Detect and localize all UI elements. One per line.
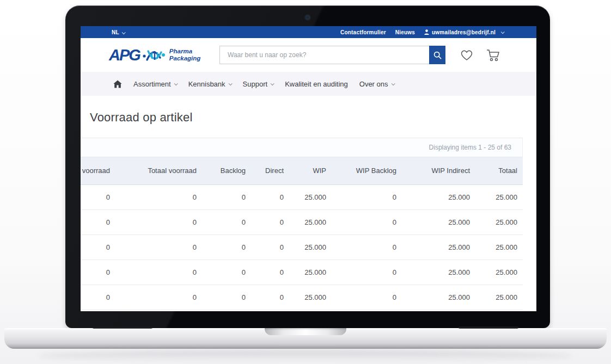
table-body: 000025.000025.00025.000000025.000025.000… xyxy=(81,184,523,310)
column-header-backlog[interactable]: Backlog xyxy=(198,157,247,184)
heart-icon xyxy=(460,48,474,61)
search-icon xyxy=(433,51,442,59)
table-cell: 0 xyxy=(247,184,285,209)
column-header-voorraad[interactable]: voorraad xyxy=(81,157,112,184)
dna-helix-icon xyxy=(143,46,168,64)
nav-item-label: Support xyxy=(243,80,268,88)
table-cell: 25.000 xyxy=(398,235,472,260)
table-cell: 25.000 xyxy=(472,184,523,209)
search-form xyxy=(219,46,445,64)
language-selector-label: NL xyxy=(112,29,119,35)
table-cell: 0 xyxy=(81,260,112,285)
brand-logo-tagline: Pharma Packaging xyxy=(169,48,201,61)
hinge-left xyxy=(93,326,152,329)
table-row: 000025.000025.00025.000 xyxy=(81,285,523,310)
brand-logo[interactable]: APG Pharma Packaging xyxy=(109,46,212,64)
table-cell: 0 xyxy=(328,285,398,310)
column-header-totaal-voorraad[interactable]: Totaal voorraad xyxy=(112,157,198,184)
chevron-down-icon xyxy=(391,82,395,85)
table-cell: 0 xyxy=(247,209,285,235)
table-cell: 0 xyxy=(81,285,112,310)
chevron-down-icon xyxy=(228,82,232,85)
chevron-down-icon xyxy=(501,30,505,34)
table-cell: 0 xyxy=(247,235,285,260)
cart-button[interactable] xyxy=(486,48,500,62)
user-icon xyxy=(424,29,429,35)
page-content: Voorraad op artikel Displaying items 1 -… xyxy=(81,110,536,310)
nav-item-kwaliteit-en-auditing[interactable]: Kwaliteit en auditing xyxy=(285,80,348,88)
webcam-icon xyxy=(306,15,310,20)
nav-item-label: Kwaliteit en auditing xyxy=(285,80,348,88)
stock-table-container: Displaying items 1 - 25 of 63 voorraadTo… xyxy=(81,138,523,310)
column-header-wip[interactable]: WIP xyxy=(285,157,328,184)
table-cell: 25.000 xyxy=(285,235,328,260)
nav-item-over-ons[interactable]: Over ons xyxy=(359,80,394,88)
top-utility-bar: NL Contactformulier Nieuws uwmailadres@b… xyxy=(81,26,536,38)
column-header-wip-indirect[interactable]: WIP Indirect xyxy=(398,157,472,184)
chevron-down-icon xyxy=(271,82,274,85)
brand-logo-acronym: APG xyxy=(109,47,140,63)
table-row: 000025.000025.00025.000 xyxy=(81,260,523,285)
cart-icon xyxy=(486,48,500,62)
laptop-lid-notch xyxy=(265,328,346,335)
nav-home-link[interactable] xyxy=(113,80,122,88)
main-nav: AssortimentKennisbankSupportKwaliteit en… xyxy=(81,72,536,96)
table-cell: 0 xyxy=(328,184,398,209)
table-cell: 25.000 xyxy=(285,285,328,310)
nav-item-label: Over ons xyxy=(359,80,388,88)
table-cell: 25.000 xyxy=(472,285,523,310)
site-header: APG Pharma Packaging xyxy=(81,38,536,72)
topbar-link-nieuws[interactable]: Nieuws xyxy=(395,29,415,35)
laptop-reflection xyxy=(38,350,573,362)
nav-item-kennisbank[interactable]: Kennisbank xyxy=(188,80,231,88)
account-menu[interactable]: uwmailadres@bedrijf.nl xyxy=(424,29,504,35)
table-cell: 25.000 xyxy=(285,184,328,209)
laptop-bezel: NL Contactformulier Nieuws uwmailadres@b… xyxy=(65,5,550,328)
table-row: 000025.000025.00025.000 xyxy=(81,184,523,209)
table-cell: 0 xyxy=(81,184,112,209)
column-header-wip-backlog[interactable]: WIP Backlog xyxy=(328,157,398,184)
table-cell: 25.000 xyxy=(472,260,523,285)
nav-item-assortiment[interactable]: Assortiment xyxy=(133,80,177,88)
account-email: uwmailadres@bedrijf.nl xyxy=(432,29,496,35)
search-input[interactable] xyxy=(219,46,429,64)
column-header-totaal[interactable]: Totaal xyxy=(472,157,523,184)
table-header-row: voorraadTotaal voorraadBacklogDirectWIPW… xyxy=(81,157,523,184)
main-nav-items: AssortimentKennisbankSupportKwaliteit en… xyxy=(133,80,394,88)
wishlist-button[interactable] xyxy=(460,48,474,61)
laptop-base xyxy=(4,328,607,349)
table-cell: 0 xyxy=(247,260,285,285)
table-pagination-status: Displaying items 1 - 25 of 63 xyxy=(81,138,522,157)
table-cell: 0 xyxy=(112,184,198,209)
table-row: 000025.000025.00025.000 xyxy=(81,209,523,235)
hinge-right xyxy=(459,326,518,329)
table-cell: 25.000 xyxy=(285,260,328,285)
table-cell: 0 xyxy=(198,260,247,285)
table-cell: 0 xyxy=(112,209,198,235)
table-cell: 0 xyxy=(198,285,247,310)
table-cell: 0 xyxy=(81,209,112,235)
nav-item-support[interactable]: Support xyxy=(243,80,274,88)
home-icon xyxy=(113,80,122,88)
table-cell: 25.000 xyxy=(398,285,472,310)
search-button[interactable] xyxy=(429,46,445,64)
topbar-links: Contactformulier Nieuws uwmailadres@bedr… xyxy=(340,29,504,35)
table-cell: 0 xyxy=(198,209,247,235)
language-selector[interactable]: NL xyxy=(112,29,125,35)
table-cell: 25.000 xyxy=(472,209,523,235)
table-cell: 25.000 xyxy=(285,209,328,235)
column-header-direct[interactable]: Direct xyxy=(247,157,285,184)
table-cell: 0 xyxy=(81,235,112,260)
table-cell: 25.000 xyxy=(398,184,472,209)
table-cell: 0 xyxy=(247,285,285,310)
table-cell: 0 xyxy=(328,209,398,235)
table-cell: 25.000 xyxy=(472,235,523,260)
table-cell: 0 xyxy=(328,260,398,285)
table-cell: 0 xyxy=(112,285,198,310)
table-row: 000025.000025.00025.000 xyxy=(81,235,523,260)
nav-item-label: Assortiment xyxy=(133,80,171,88)
nav-item-label: Kennisbank xyxy=(188,80,225,88)
table-cell: 0 xyxy=(112,260,198,285)
topbar-link-contactformulier[interactable]: Contactformulier xyxy=(340,29,386,35)
browser-viewport: NL Contactformulier Nieuws uwmailadres@b… xyxy=(81,26,536,311)
